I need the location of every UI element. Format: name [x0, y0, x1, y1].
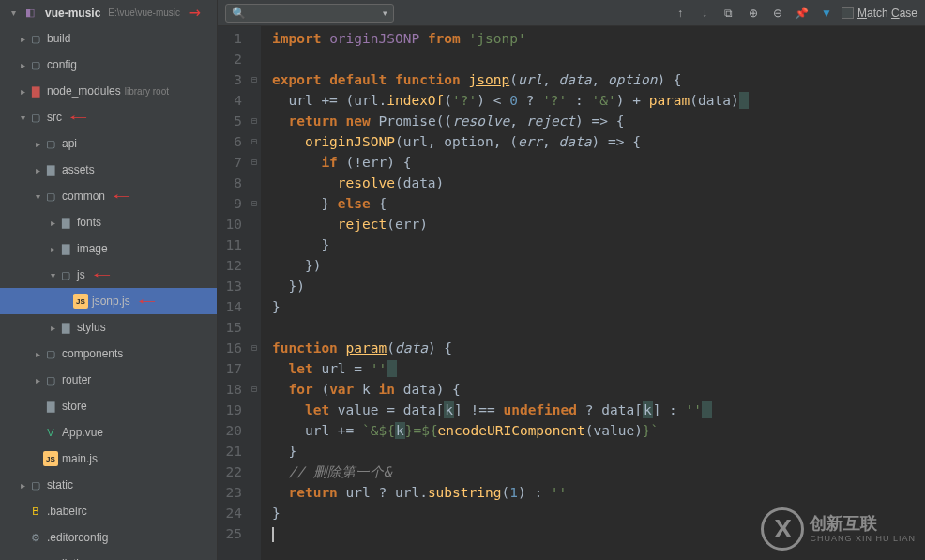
line-number[interactable]: 21: [218, 441, 242, 462]
tree-item-assets[interactable]: ▇assets: [0, 157, 217, 183]
add-selection-icon[interactable]: ⊕: [744, 4, 763, 23]
line-number[interactable]: 16: [218, 338, 242, 358]
code-line[interactable]: url += (url.indexOf('?') < 0 ? '?' : '&'…: [272, 90, 925, 111]
chevron-down-icon[interactable]: [47, 270, 58, 280]
search-box[interactable]: 🔍 ▾: [225, 4, 394, 23]
tree-item-jsonp-js[interactable]: JSjsonp.js←: [0, 288, 217, 314]
code-line[interactable]: originJSONP(url, option, (err, data) => …: [272, 131, 925, 152]
tree-item-common[interactable]: ▢common←: [0, 183, 217, 209]
fold-toggle-icon[interactable]: ⊟: [248, 338, 261, 358]
code-line[interactable]: if (!err) {: [272, 152, 925, 173]
line-number[interactable]: 23: [218, 482, 242, 503]
tree-item-js[interactable]: ▢js←: [0, 262, 217, 288]
line-number[interactable]: 18: [218, 379, 242, 400]
code-line[interactable]: reject(err): [272, 214, 925, 235]
tree-item-config[interactable]: ▢config: [0, 52, 217, 78]
code-content[interactable]: import originJSONP from 'jsonp' export d…: [261, 26, 925, 560]
line-number[interactable]: 22: [218, 462, 242, 482]
tree-item-src[interactable]: ▢src←: [0, 104, 217, 130]
code-line[interactable]: import originJSONP from 'jsonp': [272, 28, 925, 49]
code-line[interactable]: let value = data[k] !== undefined ? data…: [272, 400, 925, 420]
line-number[interactable]: 3: [218, 69, 242, 90]
chevron-down-icon[interactable]: [8, 8, 19, 18]
line-number[interactable]: 5: [218, 111, 242, 131]
fold-toggle-icon[interactable]: ⊟: [248, 131, 261, 152]
line-number[interactable]: 6: [218, 131, 242, 152]
code-line[interactable]: url += `&${k}=${encodeURIComponent(value…: [272, 420, 925, 441]
next-occurrence-icon[interactable]: ↓: [695, 4, 714, 23]
fold-toggle-icon[interactable]: ⊟: [248, 193, 261, 214]
tree-item--editorconfig[interactable]: ⚙.editorconfig: [0, 524, 217, 551]
code-line[interactable]: let url = '': [272, 358, 925, 379]
tree-item-static[interactable]: ▢static: [0, 472, 217, 498]
tree-item-fonts[interactable]: ▇fonts: [0, 209, 217, 235]
chevron-right-icon[interactable]: [32, 375, 43, 386]
code-line[interactable]: }: [272, 441, 925, 462]
pin-icon[interactable]: 📌: [793, 4, 811, 23]
prev-occurrence-icon[interactable]: ↑: [671, 4, 690, 23]
code-line[interactable]: }: [272, 235, 925, 255]
chevron-right-icon[interactable]: [17, 34, 28, 44]
code-line[interactable]: return url ? url.substring(1) : '': [272, 482, 925, 503]
code-line[interactable]: resolve(data): [272, 173, 925, 193]
line-number[interactable]: 1: [218, 28, 242, 49]
tree-item-App-vue[interactable]: VApp.vue: [0, 419, 217, 446]
line-number[interactable]: 9: [218, 193, 242, 214]
code-line[interactable]: }: [272, 296, 925, 317]
tree-item-components[interactable]: ▢components: [0, 341, 217, 367]
remove-selection-icon[interactable]: ⊖: [768, 4, 787, 23]
code-editor[interactable]: 1234567891011121314151617181920212223242…: [218, 26, 925, 560]
line-number[interactable]: 20: [218, 420, 242, 441]
line-number[interactable]: 11: [218, 235, 242, 255]
code-line[interactable]: export default function jsonp(url, data,…: [272, 69, 925, 90]
code-line[interactable]: for (var k in data) {: [272, 379, 925, 400]
tree-item--eslintignore[interactable]: ⚙.eslintignore: [0, 551, 217, 560]
fold-toggle-icon[interactable]: ⊟: [248, 379, 261, 400]
fold-toggle-icon[interactable]: ⊟: [248, 111, 261, 131]
code-line[interactable]: return new Promise((resolve, reject) => …: [272, 111, 925, 131]
fold-toggle-icon[interactable]: ⊟: [248, 152, 261, 173]
line-number[interactable]: 10: [218, 214, 242, 235]
line-number[interactable]: 12: [218, 255, 242, 276]
chevron-right-icon[interactable]: [17, 480, 28, 491]
fold-toggle-icon[interactable]: ⊟: [248, 69, 261, 90]
line-number[interactable]: 17: [218, 358, 242, 379]
chevron-down-icon[interactable]: ▾: [383, 8, 387, 18]
line-number[interactable]: 4: [218, 90, 242, 111]
tree-item-main-js[interactable]: JSmain.js: [0, 446, 217, 472]
filter-icon[interactable]: ▼: [817, 4, 836, 23]
tree-item-build[interactable]: ▢build: [0, 25, 217, 52]
code-line[interactable]: function param(data) {: [272, 338, 925, 358]
code-line[interactable]: // 删除第一个&: [272, 462, 925, 482]
tree-item-api[interactable]: ▢api: [0, 130, 217, 157]
tree-item-router[interactable]: ▢router: [0, 367, 217, 393]
chevron-down-icon[interactable]: [32, 191, 43, 202]
line-number[interactable]: 15: [218, 317, 242, 338]
tree-item--babelrc[interactable]: B.babelrc: [0, 498, 217, 524]
code-line[interactable]: }): [272, 255, 925, 276]
chevron-right-icon[interactable]: [32, 139, 43, 149]
chevron-right-icon[interactable]: [47, 218, 58, 228]
chevron-right-icon[interactable]: [17, 60, 28, 70]
line-number[interactable]: 7: [218, 152, 242, 173]
code-line[interactable]: }): [272, 276, 925, 296]
chevron-down-icon[interactable]: [17, 113, 28, 123]
code-line[interactable]: [272, 317, 925, 338]
line-number[interactable]: 14: [218, 296, 242, 317]
code-line[interactable]: [272, 49, 925, 69]
tree-item-image[interactable]: ▇image: [0, 235, 217, 262]
line-number[interactable]: 13: [218, 276, 242, 296]
chevron-right-icon[interactable]: [17, 86, 28, 97]
code-line[interactable]: } else {: [272, 193, 925, 214]
tree-item-store[interactable]: ▇store: [0, 393, 217, 419]
line-number[interactable]: 2: [218, 49, 242, 69]
select-all-icon[interactable]: ⧉: [720, 4, 738, 23]
chevron-right-icon[interactable]: [47, 323, 58, 333]
chevron-right-icon[interactable]: [32, 349, 43, 359]
search-input[interactable]: [250, 8, 379, 19]
line-number[interactable]: 25: [218, 523, 242, 544]
chevron-right-icon[interactable]: [32, 165, 43, 175]
line-number[interactable]: 19: [218, 400, 242, 420]
line-number[interactable]: 8: [218, 173, 242, 193]
project-root-item[interactable]: ◧ vue-music E:\vue\vue-music ↘: [0, 0, 217, 25]
